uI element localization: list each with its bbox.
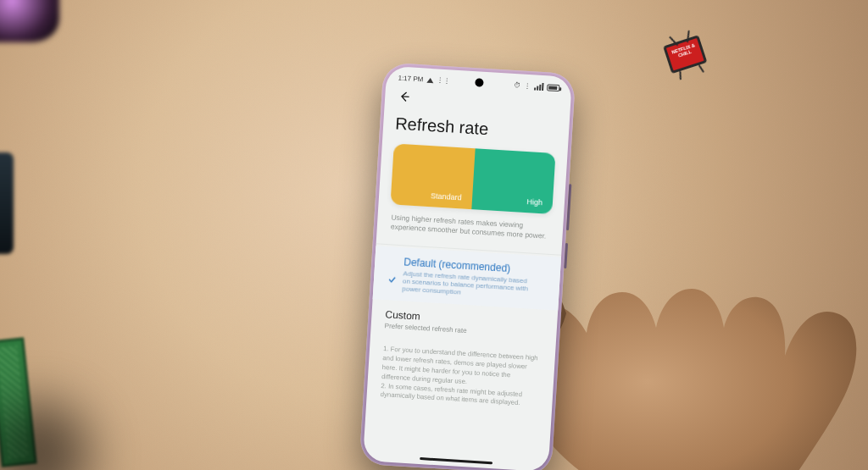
phone-screen: 1:17 PM ⋮⋮ ⏱ ⋮ Refre (363, 66, 572, 470)
power-button-physical (564, 243, 568, 268)
segment-high-label: High (526, 197, 542, 207)
refresh-preview: Standard High (390, 143, 555, 214)
bluetooth-icon: ⋮ (524, 82, 531, 90)
notification-icon: ⋮⋮ (437, 76, 451, 85)
sticker-text: NETFLIX & CHILL (666, 38, 701, 62)
sound-profile-icon (426, 77, 433, 82)
signal-icon (534, 82, 544, 91)
check-icon (387, 272, 398, 282)
status-time: 1:17 PM (398, 75, 423, 84)
segment-high[interactable]: High (471, 148, 556, 214)
segment-standard[interactable]: Standard (390, 143, 475, 209)
battery-icon (547, 84, 559, 91)
arrow-left-icon (398, 90, 412, 104)
phone: 1:17 PM ⋮⋮ ⏱ ⋮ Refre (359, 63, 576, 470)
alarm-icon: ⏱ (514, 81, 521, 89)
desk-surface: NETFLIX & CHILL 1:17 PM ⋮⋮ (0, 0, 868, 470)
object-top-left (0, 0, 59, 42)
tv-sticker: NETFLIX & CHILL (663, 32, 722, 95)
object-left-edge (0, 152, 14, 254)
back-button[interactable] (397, 89, 413, 105)
footnote-text: 1. For you to understand the difference … (365, 337, 555, 426)
gesture-bar[interactable] (420, 456, 492, 464)
segment-standard-label: Standard (431, 191, 462, 202)
shadow (0, 402, 89, 470)
